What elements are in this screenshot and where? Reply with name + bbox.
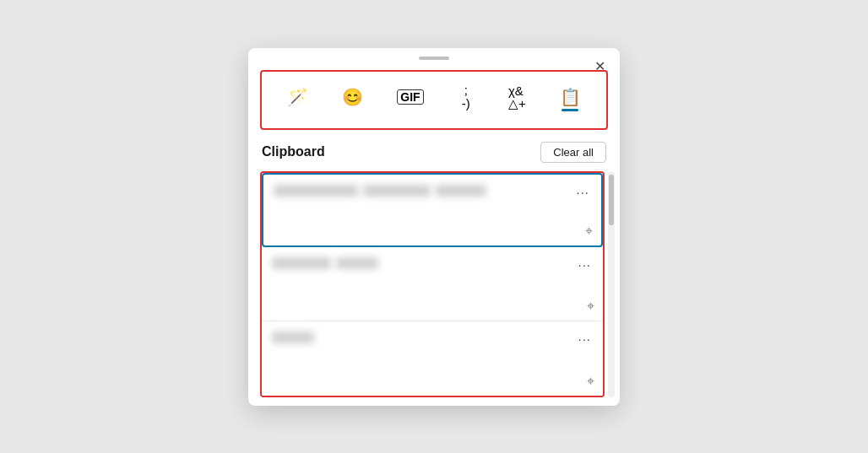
kaomoji-icon: ; [464, 84, 468, 96]
header-row: Clipboard Clear all [248, 140, 620, 171]
drag-handle [419, 57, 449, 60]
tab-kaomoji[interactable]: ;-) [449, 80, 483, 120]
item-2-blur-1 [272, 257, 331, 269]
item-1-blur-1 [274, 185, 358, 197]
tab-sticker[interactable]: 🪄 [279, 85, 317, 115]
item-3-preview [272, 332, 576, 343]
pin-icon-2: ⌖ [587, 299, 594, 313]
item-3-more-button[interactable]: ··· [576, 332, 593, 346]
pin-icon-3: ⌖ [587, 374, 594, 388]
close-button[interactable]: ✕ [588, 55, 611, 78]
drag-handle-bar [248, 48, 620, 65]
item-2-top-row: ··· [272, 257, 593, 272]
item-2-preview [272, 257, 576, 269]
clipboard-list: ··· ⌖ ··· ⌖ [260, 171, 605, 397]
item-2-more-button[interactable]: ··· [576, 257, 593, 272]
clipboard-icon: 📋 [560, 89, 581, 105]
clipboard-item-1[interactable]: ··· ⌖ [262, 173, 603, 247]
tabs-row: 🪄 😊 GIF ;-) χ&△+ [262, 77, 606, 123]
item-1-preview [274, 185, 574, 197]
tab-gif[interactable]: GIF [388, 86, 431, 114]
tab-symbols[interactable]: χ&△+ [500, 81, 534, 119]
tab-kaomoji-indicator [458, 114, 475, 116]
clipboard-item-2[interactable]: ··· ⌖ [262, 247, 603, 321]
sticker-icon: 🪄 [287, 89, 308, 105]
tab-emoji-indicator [344, 109, 361, 111]
tab-gif-indicator [402, 108, 419, 111]
tab-emoji[interactable]: 😊 [334, 85, 372, 115]
item-1-blur-2 [363, 185, 431, 197]
gif-icon: GIF [397, 89, 423, 105]
item-1-more-button[interactable]: ··· [574, 185, 591, 199]
clipboard-item-3[interactable]: ··· ⌖ [262, 321, 603, 396]
scrollbar[interactable] [608, 171, 615, 397]
emoji-clipboard-panel: ✕ 🪄 😊 GIF ;-) [248, 48, 620, 406]
clear-all-button[interactable]: Clear all [540, 142, 606, 163]
clipboard-list-wrapper: ··· ⌖ ··· ⌖ [248, 171, 620, 406]
item-1-pin-button[interactable]: ⌖ [585, 224, 593, 239]
section-title: Clipboard [262, 144, 325, 159]
item-1-top-row: ··· [274, 185, 591, 199]
item-2-pin-button[interactable]: ⌖ [587, 299, 594, 314]
tab-clipboard-indicator [561, 109, 578, 111]
tab-symbols-indicator [508, 113, 525, 116]
scrollbar-thumb[interactable] [609, 175, 614, 225]
kaomoji-icon-2: -) [462, 96, 470, 111]
close-icon: ✕ [594, 58, 605, 74]
item-3-pin-button[interactable]: ⌖ [587, 374, 594, 389]
pin-icon: ⌖ [585, 224, 593, 238]
item-3-top-row: ··· [272, 332, 593, 346]
tabs-section: 🪄 😊 GIF ;-) χ&△+ [260, 70, 608, 130]
tab-sticker-indicator [290, 109, 307, 111]
tab-clipboard[interactable]: 📋 [551, 85, 589, 115]
item-1-blur-3 [436, 185, 486, 197]
symbols-icon: χ&△+ [508, 84, 526, 110]
item-2-blur-2 [336, 257, 378, 269]
emoji-icon: 😊 [342, 89, 363, 105]
item-3-blur-1 [272, 332, 314, 343]
